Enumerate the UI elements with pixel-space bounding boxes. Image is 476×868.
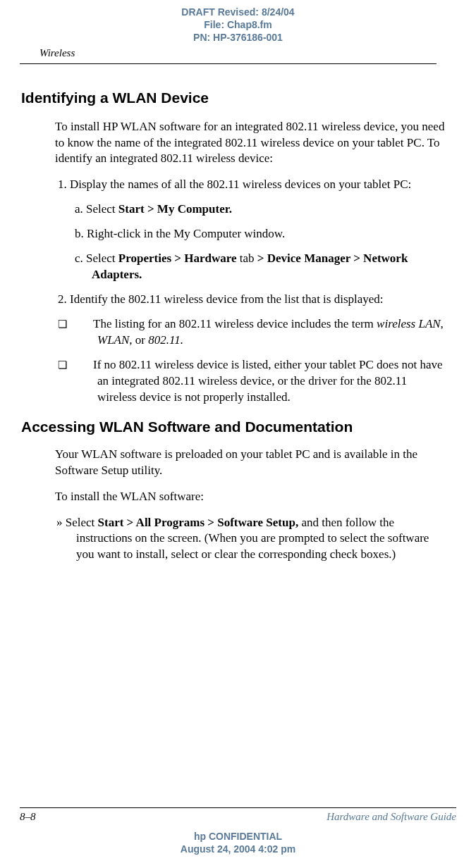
intro-paragraph: To install HP WLAN software for an integ… <box>55 119 452 168</box>
step-1c-prefix: c. Select <box>75 252 118 265</box>
guide-title: Hardware and Software Guide <box>327 811 456 823</box>
step-1c-mid: tab <box>237 252 257 265</box>
bullet-2-text: If no 802.11 wireless device is listed, … <box>93 358 443 404</box>
step-1b: b. Right-click in the My Computer window… <box>92 226 452 242</box>
action-bold: Start > All Programs > Software Setup, <box>98 516 299 529</box>
running-header: Wireless <box>20 44 456 64</box>
step-1c-bold1: Properties > Hardware <box>118 252 237 265</box>
action-prefix: » Select <box>56 516 98 529</box>
section2-para2: To install the WLAN software: <box>55 489 452 505</box>
confidential-line: hp CONFIDENTIAL <box>0 830 476 843</box>
step-1a: a. Select Start > My Computer. <box>92 202 452 218</box>
bullet-1-italic2: 802.11. <box>148 333 183 347</box>
page-footer: 8–8 Hardware and Software Guide hp CONFI… <box>0 807 476 855</box>
action-step: » Select Start > All Programs > Software… <box>76 515 452 564</box>
step-1a-bold: Start > My Computer. <box>118 202 232 216</box>
heading-identifying-wlan: Identifying a WLAN Device <box>21 89 452 106</box>
step-1a-text: a. Select <box>75 202 118 216</box>
confidential-stamp: hp CONFIDENTIAL August 24, 2004 4:02 pm <box>0 830 476 855</box>
step-1: 1. Display the names of all the 802.11 w… <box>71 177 452 193</box>
bullet-icon: ❏ <box>78 317 93 331</box>
draft-revised-line: DRAFT Revised: 8/24/04 <box>0 6 476 18</box>
heading-accessing-wlan: Accessing WLAN Software and Documentatio… <box>21 418 452 435</box>
bullet-1-text: The listing for an 802.11 wireless devic… <box>93 317 377 330</box>
bullet-1-mid: or <box>133 333 149 347</box>
file-line: File: Chap8.fm <box>0 18 476 31</box>
step-1c: c. Select Properties > Hardware tab > De… <box>92 251 452 283</box>
bullet-2: ❏If no 802.11 wireless device is listed,… <box>97 357 452 406</box>
timestamp-line: August 24, 2004 4:02 pm <box>0 843 476 855</box>
bullet-icon: ❏ <box>78 358 93 372</box>
running-header-label: Wireless <box>20 44 437 64</box>
section2-para1: Your WLAN software is preloaded on your … <box>55 447 452 479</box>
footer-line: 8–8 Hardware and Software Guide <box>20 807 456 823</box>
bullet-1: ❏The listing for an 802.11 wireless devi… <box>97 316 452 349</box>
pn-line: PN: HP-376186-001 <box>0 31 476 44</box>
draft-header-stamp: DRAFT Revised: 8/24/04 File: Chap8.fm PN… <box>0 0 476 44</box>
page-content: Identifying a WLAN Device To install HP … <box>0 64 476 564</box>
step-2: 2. Identify the 802.11 wireless device f… <box>71 292 452 308</box>
page-number: 8–8 <box>20 811 36 823</box>
